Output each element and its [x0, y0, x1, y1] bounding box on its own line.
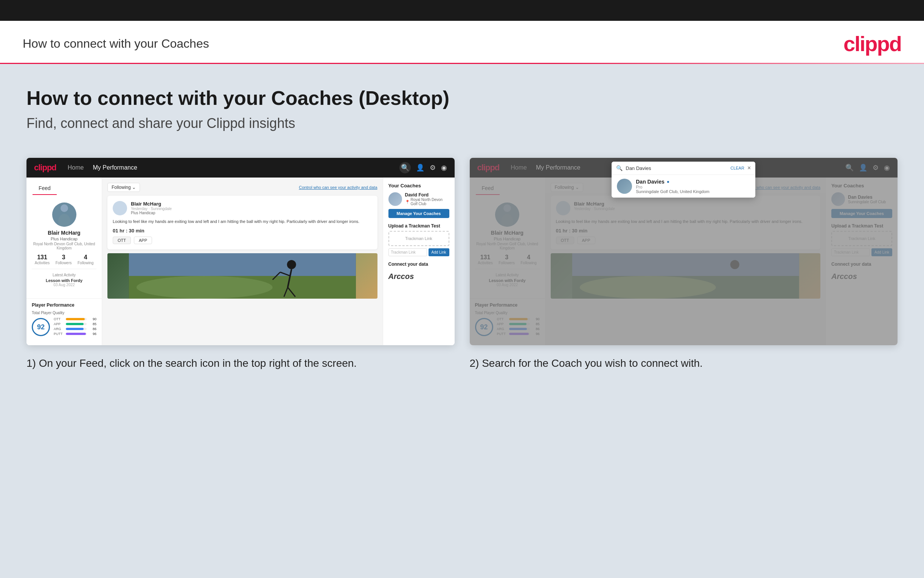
upload-title-1: Upload a Trackman Test — [388, 223, 449, 229]
clippd-logo: clippd — [843, 31, 901, 56]
latest-activity: Latest Activity Lesson with Fordy 03 Aug… — [32, 269, 96, 291]
search-result-avatar — [617, 179, 632, 194]
stat-following: 4 Following — [78, 254, 94, 265]
player-performance: Player Performance Total Player Quality … — [26, 299, 102, 341]
top-bar — [0, 0, 924, 21]
app-content-1: Feed Blair McHar — [26, 177, 455, 345]
main-heading: How to connect with your Coaches (Deskto… — [26, 87, 898, 109]
search-input-value[interactable]: Dan Davies — [626, 166, 730, 171]
latest-activity-date: 03 Aug 2022 — [37, 283, 91, 287]
screenshot-panel-1: clippd Home My Performance 🔍 👤 ⚙ ◉ Feed — [26, 158, 455, 370]
perf-title: Player Performance — [32, 302, 96, 308]
avatar-silhouette — [52, 203, 76, 227]
svg-point-0 — [60, 205, 68, 212]
user-name: Blair McHarg — [32, 230, 96, 236]
search-icon[interactable]: 🔍 — [400, 162, 411, 174]
search-clear-button[interactable]: CLEAR — [730, 166, 744, 170]
stat-activities-value: 131 — [35, 254, 50, 261]
svg-point-7 — [287, 260, 296, 269]
post-header: Blair McHarg Yesterday · Sunningdale Plu… — [113, 201, 372, 215]
nav-link-performance[interactable]: My Performance — [93, 164, 137, 171]
latest-activity-label: Latest Activity — [37, 273, 91, 277]
post-avatar — [113, 201, 127, 215]
screenshot-box-1: clippd Home My Performance 🔍 👤 ⚙ ◉ Feed — [26, 158, 455, 345]
user-handicap: Plus Handicap — [32, 237, 96, 241]
app-feed-1: Following ⌄ Control who can see your act… — [102, 177, 383, 345]
total-label: Total Player Quality — [32, 311, 96, 315]
verified-icon: ● — [667, 179, 670, 184]
step-label-2: 2) Search for the Coach you wish to conn… — [470, 356, 898, 370]
perf-bar-ott: OTT 90 — [54, 317, 96, 321]
app-right-panel-1: Your Coaches David Ford 📍 Royal North De… — [383, 177, 455, 345]
screenshot-box-2: clippd Home My Performance 🔍 👤 ⚙ ◉ Feed — [470, 158, 898, 345]
nav-link-home[interactable]: Home — [68, 164, 84, 171]
svg-rect-5 — [129, 253, 356, 276]
post-user-info: Blair McHarg Yesterday · Sunningdale Plu… — [131, 201, 172, 215]
settings-icon[interactable]: ⚙ — [430, 164, 436, 172]
connect-section-1: Connect your data Arccos — [388, 261, 449, 284]
search-bar-row: 🔍 Dan Davies CLEAR × — [612, 162, 755, 175]
search-icon-overlay: 🔍 — [616, 165, 623, 171]
coach-name-1: David Ford — [405, 192, 449, 198]
page-title: How to connect with your Coaches — [23, 37, 209, 51]
post-body: Looking to feel like my hands are exitin… — [113, 218, 372, 225]
user-profile-card: Blair McHarg Plus Handicap Royal North D… — [26, 195, 102, 299]
stat-followers-label: Followers — [56, 261, 72, 265]
stat-followers: 3 Followers — [56, 254, 72, 265]
stat-activities: 131 Activities — [35, 254, 50, 265]
search-result-club: Sunningdale Golf Club, United Kingdom — [636, 189, 709, 194]
stat-following-label: Following — [78, 261, 94, 265]
following-row: Following ⌄ Control who can see your act… — [107, 183, 377, 192]
action-ott[interactable]: OTT — [113, 237, 131, 244]
action-app[interactable]: APP — [134, 237, 152, 244]
connect-title-1: Connect your data — [388, 261, 449, 267]
avatar-icon[interactable]: ◉ — [441, 164, 447, 172]
stat-activities-label: Activities — [35, 261, 50, 265]
app-nav-logo-1: clippd — [34, 163, 57, 173]
svg-point-6 — [136, 276, 273, 299]
user-avatar — [52, 203, 76, 227]
search-result-1[interactable]: Dan Davies ● Pro Sunningdale Golf Club, … — [612, 175, 755, 198]
post-actions: OTT APP — [113, 237, 372, 244]
perf-score-row: 92 OTT 90 APP — [32, 317, 96, 337]
upload-section-1: Upload a Trackman Test Trackman Link Tra… — [388, 223, 449, 256]
control-link[interactable]: Control who can see your activity and da… — [299, 185, 377, 190]
following-button[interactable]: Following ⌄ — [107, 183, 140, 192]
svg-point-1 — [58, 214, 70, 227]
header: How to connect with your Coaches clippd — [0, 21, 924, 63]
perf-bar-arg: ARG 86 — [54, 327, 96, 331]
post-user-name: Blair McHarg — [131, 201, 172, 207]
screenshots-row: clippd Home My Performance 🔍 👤 ⚙ ◉ Feed — [26, 158, 898, 370]
app-nav-icons: 🔍 👤 ⚙ ◉ — [400, 162, 447, 174]
search-bar-container: 🔍 Dan Davies CLEAR × Dan Davies ● — [612, 162, 755, 198]
post-card-1: Blair McHarg Yesterday · Sunningdale Plu… — [107, 196, 377, 250]
search-result-info: Dan Davies ● Pro Sunningdale Golf Club, … — [636, 179, 709, 194]
coach-info-1: David Ford 📍 Royal North Devon Golf Club — [405, 192, 449, 206]
trackman-input-row: Trackman Link Add Link — [388, 248, 449, 256]
user-club: Royal North Devon Golf Club, United King… — [32, 242, 96, 250]
app-nav-1: clippd Home My Performance 🔍 👤 ⚙ ◉ — [26, 158, 455, 177]
perf-bar-putt: PUTT 96 — [54, 332, 96, 336]
arccos-logo: Arccos — [388, 269, 449, 284]
location-icon: 📍 — [405, 200, 409, 204]
profile-icon[interactable]: 👤 — [416, 164, 424, 172]
manage-coaches-btn[interactable]: Manage Your Coaches — [388, 209, 449, 218]
screenshot-panel-2: clippd Home My Performance 🔍 👤 ⚙ ◉ Feed — [470, 158, 898, 370]
search-close-button[interactable]: × — [748, 165, 751, 172]
stat-following-value: 4 — [78, 254, 94, 261]
search-result-role: Pro — [636, 185, 709, 189]
post-meta: Yesterday · Sunningdale — [131, 207, 172, 211]
search-result-name: Dan Davies ● — [636, 179, 709, 185]
stat-followers-value: 3 — [56, 254, 72, 261]
main-content: How to connect with your Coaches (Deskto… — [0, 64, 924, 578]
score-circle: 92 — [32, 318, 50, 336]
post-image — [107, 253, 377, 299]
coach-club-1: 📍 Royal North Devon Golf Club — [405, 198, 449, 206]
trackman-input[interactable]: Trackman Link — [388, 248, 427, 256]
add-link-btn[interactable]: Add Link — [429, 248, 449, 256]
coach-avatar-1 — [388, 192, 402, 206]
trackman-dropzone[interactable]: Trackman Link — [388, 231, 449, 246]
perf-bar-app: APP 85 — [54, 322, 96, 326]
post-club: Plus Handicap — [131, 211, 172, 215]
feed-tab[interactable]: Feed — [32, 182, 57, 195]
